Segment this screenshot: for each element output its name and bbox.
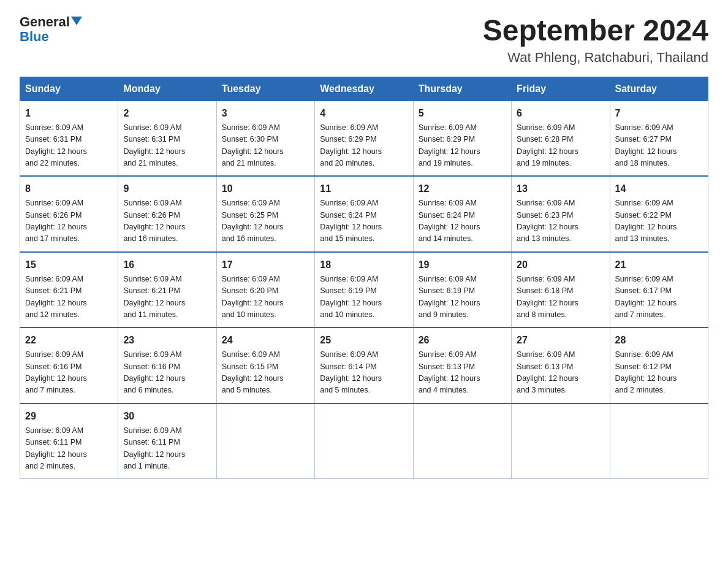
day-info: Sunrise: 6:09 AMSunset: 6:19 PMDaylight:… (320, 274, 408, 321)
col-sunday: Sunday (20, 77, 118, 101)
calendar-header-row: Sunday Monday Tuesday Wednesday Thursday… (20, 77, 708, 101)
day-number: 15 (25, 258, 113, 272)
day-info: Sunrise: 6:09 AMSunset: 6:31 PMDaylight:… (123, 122, 211, 170)
table-row: 30Sunrise: 6:09 AMSunset: 6:11 PMDayligh… (118, 404, 216, 479)
logo-blue: Blue (20, 29, 49, 44)
day-info: Sunrise: 6:09 AMSunset: 6:21 PMDaylight:… (123, 274, 211, 321)
table-row: 28Sunrise: 6:09 AMSunset: 6:12 PMDayligh… (610, 327, 708, 404)
calendar-week-row: 8Sunrise: 6:09 AMSunset: 6:26 PMDaylight… (20, 176, 708, 252)
table-row: 1Sunrise: 6:09 AMSunset: 6:31 PMDaylight… (20, 101, 118, 176)
day-number: 18 (320, 258, 408, 272)
day-info: Sunrise: 6:09 AMSunset: 6:15 PMDaylight:… (222, 349, 309, 397)
table-row: 2Sunrise: 6:09 AMSunset: 6:31 PMDaylight… (118, 101, 216, 176)
day-info: Sunrise: 6:09 AMSunset: 6:28 PMDaylight:… (517, 122, 604, 170)
day-number: 9 (123, 182, 211, 196)
day-number: 30 (123, 409, 211, 424)
day-info: Sunrise: 6:09 AMSunset: 6:24 PMDaylight:… (419, 197, 506, 245)
table-row: 17Sunrise: 6:09 AMSunset: 6:20 PMDayligh… (216, 252, 314, 328)
day-number: 3 (222, 106, 309, 121)
table-row: 22Sunrise: 6:09 AMSunset: 6:16 PMDayligh… (20, 327, 118, 404)
day-number: 10 (222, 182, 309, 196)
day-info: Sunrise: 6:09 AMSunset: 6:29 PMDaylight:… (320, 122, 408, 170)
table-row: 12Sunrise: 6:09 AMSunset: 6:24 PMDayligh… (413, 176, 511, 252)
day-number: 12 (419, 182, 506, 196)
table-row: 10Sunrise: 6:09 AMSunset: 6:25 PMDayligh… (216, 176, 314, 252)
col-wednesday: Wednesday (315, 77, 413, 101)
calendar-title: September 2024 (483, 15, 708, 47)
day-number: 5 (419, 106, 506, 121)
col-thursday: Thursday (413, 77, 511, 101)
col-tuesday: Tuesday (216, 77, 314, 101)
table-row: 8Sunrise: 6:09 AMSunset: 6:26 PMDaylight… (20, 176, 118, 252)
col-friday: Friday (512, 77, 610, 101)
day-number: 2 (123, 106, 211, 121)
day-number: 1 (25, 106, 113, 121)
day-info: Sunrise: 6:09 AMSunset: 6:21 PMDaylight:… (25, 274, 113, 321)
table-row: 7Sunrise: 6:09 AMSunset: 6:27 PMDaylight… (610, 101, 708, 176)
table-row: 6Sunrise: 6:09 AMSunset: 6:28 PMDaylight… (512, 101, 610, 176)
table-row: 13Sunrise: 6:09 AMSunset: 6:23 PMDayligh… (512, 176, 610, 252)
calendar-week-row: 29Sunrise: 6:09 AMSunset: 6:11 PMDayligh… (20, 404, 708, 479)
day-number: 8 (25, 182, 113, 196)
day-number: 13 (517, 182, 604, 196)
day-info: Sunrise: 6:09 AMSunset: 6:22 PMDaylight:… (615, 197, 703, 245)
table-row: 24Sunrise: 6:09 AMSunset: 6:15 PMDayligh… (216, 327, 314, 404)
col-monday: Monday (118, 77, 216, 101)
day-info: Sunrise: 6:09 AMSunset: 6:12 PMDaylight:… (615, 349, 703, 397)
table-row: 25Sunrise: 6:09 AMSunset: 6:14 PMDayligh… (315, 327, 413, 404)
day-number: 29 (25, 409, 113, 424)
calendar-subtitle: Wat Phleng, Ratchaburi, Thailand (483, 50, 708, 66)
day-info: Sunrise: 6:09 AMSunset: 6:29 PMDaylight:… (419, 122, 506, 170)
title-block: September 2024 Wat Phleng, Ratchaburi, T… (483, 15, 708, 66)
day-number: 11 (320, 182, 408, 196)
table-row: 15Sunrise: 6:09 AMSunset: 6:21 PMDayligh… (20, 252, 118, 328)
day-number: 6 (517, 106, 604, 121)
table-row: 21Sunrise: 6:09 AMSunset: 6:17 PMDayligh… (610, 252, 708, 328)
day-number: 14 (615, 182, 703, 196)
day-info: Sunrise: 6:09 AMSunset: 6:16 PMDaylight:… (25, 349, 113, 397)
day-number: 16 (123, 258, 211, 272)
day-number: 28 (615, 333, 703, 348)
calendar-week-row: 1Sunrise: 6:09 AMSunset: 6:31 PMDaylight… (20, 101, 708, 176)
table-row (512, 404, 610, 479)
day-info: Sunrise: 6:09 AMSunset: 6:13 PMDaylight:… (517, 349, 604, 397)
table-row: 29Sunrise: 6:09 AMSunset: 6:11 PMDayligh… (20, 404, 118, 479)
table-row: 20Sunrise: 6:09 AMSunset: 6:18 PMDayligh… (512, 252, 610, 328)
day-info: Sunrise: 6:09 AMSunset: 6:11 PMDaylight:… (25, 425, 113, 473)
day-number: 27 (517, 333, 604, 348)
table-row: 16Sunrise: 6:09 AMSunset: 6:21 PMDayligh… (118, 252, 216, 328)
day-number: 17 (222, 258, 309, 272)
logo-triangle-icon (71, 17, 82, 25)
day-info: Sunrise: 6:09 AMSunset: 6:17 PMDaylight:… (615, 274, 703, 321)
logo: General Blue (20, 15, 82, 44)
col-saturday: Saturday (610, 77, 708, 101)
day-info: Sunrise: 6:09 AMSunset: 6:23 PMDaylight:… (517, 197, 604, 245)
table-row: 27Sunrise: 6:09 AMSunset: 6:13 PMDayligh… (512, 327, 610, 404)
table-row (315, 404, 413, 479)
day-info: Sunrise: 6:09 AMSunset: 6:16 PMDaylight:… (123, 349, 211, 397)
table-row: 26Sunrise: 6:09 AMSunset: 6:13 PMDayligh… (413, 327, 511, 404)
day-info: Sunrise: 6:09 AMSunset: 6:26 PMDaylight:… (25, 197, 113, 245)
day-number: 20 (517, 258, 604, 272)
day-info: Sunrise: 6:09 AMSunset: 6:20 PMDaylight:… (222, 274, 309, 321)
day-info: Sunrise: 6:09 AMSunset: 6:24 PMDaylight:… (320, 197, 408, 245)
table-row: 5Sunrise: 6:09 AMSunset: 6:29 PMDaylight… (413, 101, 511, 176)
table-row (216, 404, 314, 479)
day-number: 4 (320, 106, 408, 121)
day-number: 26 (419, 333, 506, 348)
day-info: Sunrise: 6:09 AMSunset: 6:19 PMDaylight:… (419, 274, 506, 321)
table-row: 3Sunrise: 6:09 AMSunset: 6:30 PMDaylight… (216, 101, 314, 176)
day-info: Sunrise: 6:09 AMSunset: 6:31 PMDaylight:… (25, 122, 113, 170)
day-info: Sunrise: 6:09 AMSunset: 6:13 PMDaylight:… (419, 349, 506, 397)
day-info: Sunrise: 6:09 AMSunset: 6:27 PMDaylight:… (615, 122, 703, 170)
day-number: 19 (419, 258, 506, 272)
day-number: 22 (25, 333, 113, 348)
day-info: Sunrise: 6:09 AMSunset: 6:18 PMDaylight:… (517, 274, 604, 321)
table-row (413, 404, 511, 479)
table-row: 11Sunrise: 6:09 AMSunset: 6:24 PMDayligh… (315, 176, 413, 252)
day-number: 23 (123, 333, 211, 348)
table-row: 14Sunrise: 6:09 AMSunset: 6:22 PMDayligh… (610, 176, 708, 252)
day-info: Sunrise: 6:09 AMSunset: 6:14 PMDaylight:… (320, 349, 408, 397)
calendar-week-row: 15Sunrise: 6:09 AMSunset: 6:21 PMDayligh… (20, 252, 708, 328)
logo-general: General (20, 15, 70, 29)
